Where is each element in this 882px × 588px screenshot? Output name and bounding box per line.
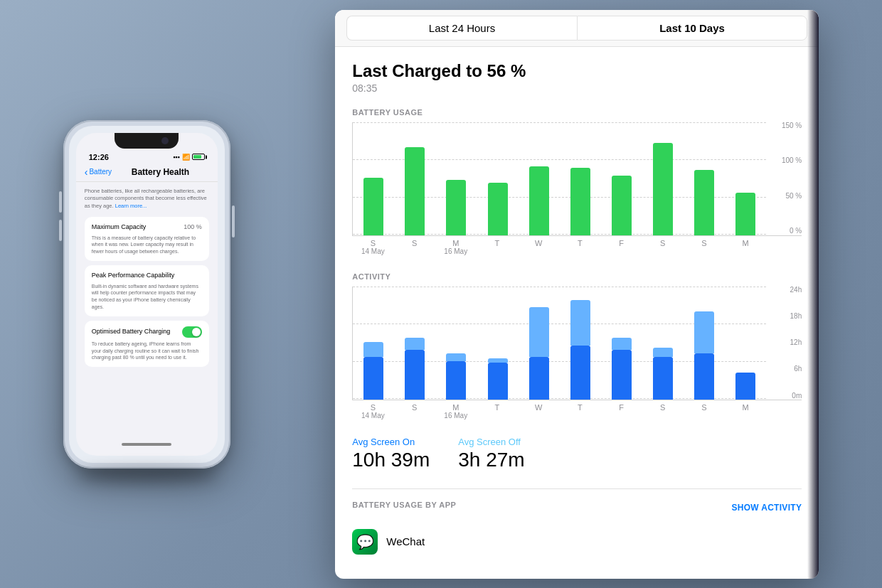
activity-bar-dark [446,361,466,400]
status-icons: ▪▪▪ 📶 [173,154,205,161]
activity-bar-dark [653,357,673,399]
max-capacity-header: Maximum Capacity 100 % [92,223,202,232]
battery-bar-col [601,122,642,235]
x-label-col: F [600,403,642,419]
y-label-150: 150 % [767,122,802,129]
x-label-col: S [684,403,725,419]
activity-bar-light [612,338,632,349]
x-day-label: F [619,239,624,247]
x-day-label: M [452,403,459,412]
battery-bar [612,176,632,235]
x-day-label: W [535,403,542,412]
back-button[interactable]: ‹ Battery [85,167,112,177]
show-activity-button[interactable]: SHOW ACTIVITY [731,503,802,513]
y-label-12h: 12h [767,339,802,346]
y-label-6h: 6h [767,365,802,373]
x-day-label: S [660,239,665,247]
x-day-label: S [701,239,706,247]
battery-bar [363,178,383,235]
x-date-label: 16 May [444,247,467,255]
x-day-label: T [578,403,583,412]
x-label-col: M16 May [435,239,477,255]
activity-bar-col [353,287,394,400]
activity-bar-col [684,287,725,400]
y-label-100: 100 % [767,157,802,164]
power-button[interactable] [232,205,235,237]
x-label-col: M16 May [435,403,477,419]
battery-bar [653,143,673,235]
activity-bar-light [363,342,383,358]
battery-description: Phone batteries, like all rechargeable b… [85,188,209,210]
battery-by-app-label: BATTERY USAGE BY APP [352,501,456,509]
x-day-label: S [371,239,376,247]
optimised-toggle[interactable] [182,326,202,338]
optimised-toggle-header: Optimised Battery Charging [92,326,202,338]
x-label-col: S14 May [352,403,393,419]
activity-bar-dark [694,353,714,400]
detail-panel: Last 24 Hours Last 10 Days Last Charged … [335,10,819,579]
activity-label: ACTIVITY [352,272,802,281]
battery-bar [570,168,590,235]
battery-bar [529,166,549,235]
activity-bar-col [725,287,766,400]
home-bar[interactable] [122,443,171,446]
activity-bar-col [601,287,642,400]
battery-bar [694,170,714,235]
activity-bar-col [394,287,435,400]
phone-device: 12:26 ▪▪▪ 📶 ‹ Battery [63,120,230,469]
battery-usage-chart: BATTERY USAGE 1 [352,108,802,255]
x-day-label: W [535,239,542,247]
volume-up-button[interactable] [59,191,62,213]
battery-bar [488,183,508,235]
panel-content[interactable]: Last Charged to 56 % 08:35 BATTERY USAGE [335,47,819,579]
phone-scroll-content[interactable]: Phone batteries, like all rechargeable b… [76,182,218,378]
activity-bar-dark [488,363,508,400]
activity-bar-col [477,287,519,400]
battery-by-app-header: BATTERY USAGE BY APP SHOW ACTIVITY [352,501,802,515]
y-label-0m: 0m [767,392,802,400]
activity-chart: ACTIVITY 24h 18h 12h [352,272,802,419]
max-capacity-desc: This is a measure of battery capacity re… [92,235,202,255]
activity-bar-stack [570,300,590,400]
x-label-col: S [642,239,684,255]
max-capacity-row: Maximum Capacity 100 % This is a measure… [85,217,209,261]
learn-more-link[interactable]: Learn more... [115,203,147,209]
battery-usage-label: BATTERY USAGE [352,108,802,117]
volume-down-button[interactable] [59,220,62,241]
tab-10d[interactable]: Last 10 Days [577,16,808,41]
y-label-50: 50 % [767,193,802,200]
activity-stats: Avg Screen On 10h 39m Avg Screen Off 3h … [352,437,802,471]
activity-bar-stack [694,311,714,400]
activity-bar-stack [653,348,673,399]
activity-bar-stack [735,373,755,400]
x-day-label: S [701,403,706,412]
activity-bar-col [642,287,684,400]
battery-bar-col [725,122,766,235]
activity-bar-col [560,287,601,400]
activity-bar-dark [405,350,425,400]
phone-inner-frame: 12:26 ▪▪▪ 📶 ‹ Battery [69,126,225,463]
activity-bar-dark [529,357,549,399]
avg-screen-off-label: Avg Screen Off [458,437,524,447]
activity-bar-dark [570,346,590,399]
phone-body: 12:26 ▪▪▪ 📶 ‹ Battery [63,120,230,469]
peak-performance-row: Peak Performance Capability Built-in dyn… [85,265,209,316]
front-camera [161,137,169,144]
battery-bar-col [435,122,477,235]
charged-title: Last Charged to 56 % [352,61,802,81]
wechat-row: 💬 WeChat [352,523,802,560]
activity-bar-dark [735,373,755,400]
x-day-label: S [371,403,376,412]
battery-bar-col [394,122,435,235]
activity-bar-col [519,287,560,400]
screen-off-stat: Avg Screen Off 3h 27m [458,437,524,471]
x-day-label: M [452,239,459,247]
activity-bars-group [353,287,766,400]
activity-bar-light [570,300,590,346]
phone-notch [115,133,179,149]
tab-24h[interactable]: Last 24 Hours [346,16,577,41]
avg-screen-on-label: Avg Screen On [352,437,430,447]
battery-x-labels: S14 MaySM16 MayTWTFSSM [352,236,802,255]
x-day-label: M [743,239,749,247]
phone-shadow [75,469,218,483]
